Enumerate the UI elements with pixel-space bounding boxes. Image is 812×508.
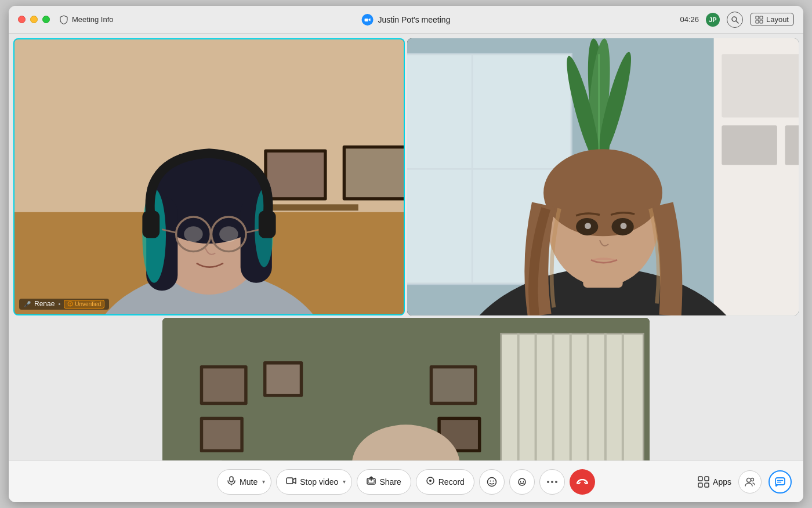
share-button[interactable]: Share xyxy=(357,469,411,495)
svg-point-128 xyxy=(747,478,751,482)
user-avatar: JP xyxy=(706,13,720,27)
main-window: Meeting Info Justin Pot's meeting 04:26 … xyxy=(9,6,803,502)
record-button[interactable]: Record xyxy=(416,469,474,495)
title-center: Justin Pot's meeting xyxy=(362,14,451,26)
svg-rect-75 xyxy=(267,364,300,394)
svg-point-60 xyxy=(621,223,627,229)
svg-point-129 xyxy=(751,478,754,481)
record-icon xyxy=(426,476,435,488)
video-cell-right xyxy=(407,38,799,315)
share-label: Share xyxy=(379,477,401,487)
share-icon xyxy=(367,476,376,488)
mic-icon xyxy=(227,476,236,488)
more-options-button[interactable] xyxy=(539,469,565,495)
svg-point-30 xyxy=(219,226,238,242)
svg-point-121 xyxy=(547,481,549,483)
svg-rect-111 xyxy=(287,478,293,484)
svg-point-120 xyxy=(523,481,524,482)
svg-rect-79 xyxy=(433,368,474,401)
svg-point-29 xyxy=(184,226,202,242)
layout-label: Layout xyxy=(766,15,789,24)
svg-rect-50 xyxy=(722,125,777,165)
svg-rect-32 xyxy=(259,211,276,238)
svg-point-115 xyxy=(429,480,432,482)
layout-button[interactable]: Layout xyxy=(750,13,794,26)
main-content: 🎤 Renae • Unverified xyxy=(9,34,803,460)
meeting-title: Justin Pot's meeting xyxy=(378,15,451,24)
apps-button[interactable]: Apps xyxy=(698,476,731,488)
svg-point-123 xyxy=(555,481,557,483)
reactions-button[interactable] xyxy=(479,469,505,495)
toolbar: Mute ▾ Stop video ▾ Share xyxy=(9,460,803,502)
video-cell-renae: 🎤 Renae • Unverified xyxy=(13,38,405,315)
video-cell-bottom xyxy=(162,318,649,460)
apps-label: Apps xyxy=(713,477,731,487)
close-button[interactable] xyxy=(18,16,26,23)
svg-rect-127 xyxy=(705,483,709,487)
titlebar: Meeting Info Justin Pot's meeting 04:26 … xyxy=(9,6,803,34)
toolbar-right: Apps xyxy=(698,470,792,494)
mute-button[interactable]: Mute ▾ xyxy=(217,469,271,495)
record-label: Record xyxy=(438,477,465,487)
svg-point-118 xyxy=(492,480,494,481)
svg-rect-126 xyxy=(698,483,702,487)
chevron-down-icon: ▾ xyxy=(343,478,346,485)
search-button[interactable] xyxy=(727,12,743,28)
svg-rect-0 xyxy=(365,19,368,21)
svg-rect-49 xyxy=(722,54,799,117)
maximize-button[interactable] xyxy=(42,16,50,23)
shield-icon xyxy=(59,15,68,24)
end-call-button[interactable] xyxy=(570,469,595,495)
chat-button[interactable] xyxy=(768,470,792,494)
mic-icon: 🎤 xyxy=(24,301,31,307)
traffic-lights xyxy=(18,16,50,23)
svg-point-35 xyxy=(70,305,71,306)
svg-rect-110 xyxy=(230,477,233,482)
unverified-label: Unverified xyxy=(75,301,101,307)
emoji-button[interactable] xyxy=(509,469,535,495)
meeting-info-button[interactable]: Meeting Info xyxy=(59,15,114,24)
svg-point-117 xyxy=(490,480,491,481)
svg-line-2 xyxy=(736,21,738,23)
chevron-down-icon: ▾ xyxy=(262,478,265,485)
camera-icon xyxy=(286,477,296,487)
svg-rect-6 xyxy=(760,20,763,23)
stop-video-label: Stop video xyxy=(300,477,338,487)
stop-video-button[interactable]: Stop video ▾ xyxy=(276,469,352,495)
mute-label: Mute xyxy=(240,477,258,487)
titlebar-right: 04:26 JP Layout xyxy=(680,12,794,28)
svg-rect-77 xyxy=(203,420,240,449)
participant-name: Renae xyxy=(34,300,55,308)
svg-rect-11 xyxy=(267,153,324,197)
svg-point-59 xyxy=(585,223,591,229)
participants-button[interactable] xyxy=(738,470,762,494)
svg-point-119 xyxy=(520,481,521,482)
svg-point-122 xyxy=(551,481,553,483)
svg-rect-125 xyxy=(705,477,709,481)
svg-rect-13 xyxy=(346,148,404,197)
svg-rect-130 xyxy=(775,478,785,485)
svg-rect-3 xyxy=(756,16,759,19)
svg-rect-5 xyxy=(756,20,759,23)
video-grid: 🎤 Renae • Unverified xyxy=(9,34,803,460)
svg-rect-51 xyxy=(785,125,799,165)
svg-rect-73 xyxy=(203,368,244,401)
meeting-info-label: Meeting Info xyxy=(72,15,114,24)
zoom-logo xyxy=(362,14,374,26)
svg-rect-4 xyxy=(760,16,763,19)
minimize-button[interactable] xyxy=(30,16,38,23)
svg-point-116 xyxy=(487,477,496,486)
meeting-timer: 04:26 xyxy=(680,15,699,24)
svg-point-56 xyxy=(543,149,662,236)
svg-rect-31 xyxy=(142,211,160,238)
svg-rect-124 xyxy=(698,477,702,481)
participant-label-renae: 🎤 Renae • Unverified xyxy=(19,299,109,310)
unverified-badge: Unverified xyxy=(64,300,104,309)
